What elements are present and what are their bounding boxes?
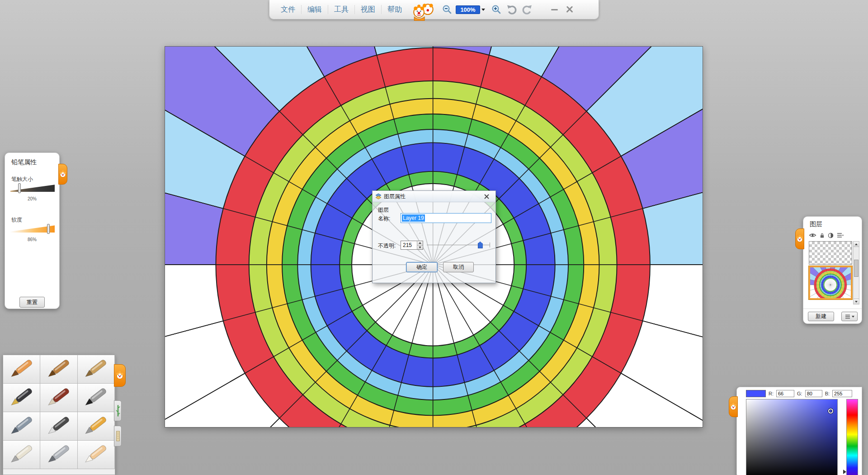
blue-label: B: — [825, 391, 830, 396]
scroll-up-button[interactable] — [854, 242, 859, 247]
minimize-button[interactable] — [548, 3, 561, 16]
redo-button[interactable] — [521, 3, 533, 16]
tool-paint-tube[interactable] — [3, 441, 40, 469]
tool-palette-clown-handle[interactable] — [114, 364, 126, 387]
blue-input[interactable] — [832, 390, 852, 397]
layer-properties-dialog: 图层属性 图层 名称: Layer 19 不透明: 215 确定 取消 — [372, 190, 496, 283]
softness-slider[interactable] — [10, 225, 55, 233]
opacity-slider-endtick — [490, 242, 490, 247]
fountain-pen-icon — [5, 386, 38, 409]
zoom-level-value[interactable]: 100% — [456, 5, 480, 14]
layer-item-selected[interactable] — [809, 266, 852, 299]
palette-page-scroll-button[interactable] — [114, 426, 122, 446]
layers-panel-clown-handle[interactable] — [795, 228, 804, 249]
close-button[interactable] — [563, 3, 576, 16]
paint-tube-icon — [5, 443, 38, 466]
opacity-value: 215 — [401, 241, 417, 249]
tool-palette-panel — [3, 355, 115, 475]
clown-face-icon — [796, 234, 803, 244]
red-input[interactable] — [776, 390, 794, 397]
ink-brush-icon — [80, 386, 112, 409]
zoom-out-button[interactable] — [441, 3, 453, 16]
redo-icon — [521, 4, 533, 15]
tool-palette-knife[interactable] — [40, 412, 77, 441]
softness-handle[interactable] — [47, 224, 50, 234]
pencil-panel-clown-handle[interactable] — [58, 164, 67, 185]
zoom-in-button[interactable] — [490, 3, 503, 16]
undo-button[interactable] — [505, 3, 518, 16]
layer-list-scrollbar[interactable] — [853, 241, 859, 304]
color-cursor[interactable] — [828, 408, 833, 413]
brush-size-slider[interactable] — [10, 185, 55, 192]
quill-icon — [42, 443, 75, 466]
tool-eraser[interactable] — [78, 441, 115, 469]
green-input[interactable] — [805, 390, 822, 397]
lock-icon[interactable] — [820, 233, 825, 238]
scroll-down-button[interactable] — [854, 299, 859, 304]
saturation-value-picker[interactable] — [746, 399, 838, 475]
up-arrow-icon — [855, 243, 858, 245]
cancel-button[interactable]: 取消 — [443, 262, 474, 272]
hue-marker-left-icon — [843, 470, 846, 474]
brush-size-wedge — [10, 185, 55, 192]
menu-lines-icon — [845, 314, 850, 319]
tool-wood-stick[interactable] — [40, 355, 77, 384]
opacity-slider[interactable] — [427, 241, 490, 250]
layers-toolbar — [809, 231, 844, 239]
layers-menu-button[interactable] — [841, 312, 858, 321]
main-toolbar: 文件 编辑 工具 视图 帮助 100% — [269, 0, 599, 19]
layer-name-input[interactable]: Layer 19 — [401, 213, 491, 223]
menu-edit[interactable]: 编辑 — [302, 0, 328, 19]
opacity-spinner[interactable]: 215 — [401, 241, 423, 250]
down-arrow-icon — [419, 247, 421, 248]
dialog-titlebar[interactable]: 图层属性 — [373, 191, 495, 202]
layers-icon — [375, 193, 382, 200]
tool-ink-brush[interactable] — [78, 384, 115, 412]
reset-button[interactable]: 重置 — [19, 297, 45, 308]
zoom-dropdown-caret-icon[interactable] — [481, 9, 485, 11]
list-options-icon[interactable] — [837, 233, 844, 238]
contrast-icon[interactable] — [828, 233, 834, 238]
eraser-icon — [80, 443, 112, 466]
zoom-out-icon — [442, 4, 453, 15]
airbrush-icon — [5, 415, 38, 437]
brush-size-label: 笔触大小 — [11, 176, 33, 183]
name-label: 名称: — [378, 215, 390, 223]
softness-value: 86% — [5, 237, 59, 242]
tool-pencil[interactable] — [3, 355, 40, 384]
rgb-row: R: G: B: — [746, 390, 852, 398]
tool-quill[interactable] — [40, 441, 77, 469]
opacity-slider-handle[interactable] — [478, 242, 483, 248]
tool-airbrush[interactable] — [3, 412, 40, 441]
hue-bar[interactable] — [846, 399, 858, 475]
tool-paint-roller[interactable] — [78, 412, 115, 441]
color-panel-clown-handle[interactable] — [729, 396, 738, 417]
menu-view[interactable]: 视图 — [355, 0, 381, 19]
softness-label: 软度 — [11, 216, 22, 224]
ok-button[interactable]: 确定 — [406, 262, 438, 272]
tool-grid — [3, 355, 115, 469]
hue-marker-right-icon — [858, 470, 861, 474]
menu-help[interactable]: 帮助 — [382, 0, 408, 19]
clown-face-icon — [116, 370, 124, 381]
paint-app-window: { "colors": { "accent_blue": "#2161d3", … — [0, 0, 868, 475]
spinner-down-button[interactable] — [417, 245, 423, 250]
tool-fountain-pen[interactable] — [3, 384, 40, 412]
new-layer-button[interactable]: 新建 — [808, 312, 834, 321]
layer-item-empty[interactable] — [809, 241, 852, 265]
close-icon — [484, 194, 489, 199]
tool-paint-brush[interactable] — [40, 384, 77, 412]
clown-face-icon — [730, 402, 737, 412]
visibility-eye-icon[interactable] — [809, 233, 816, 238]
scrollbar-thumb[interactable] — [854, 260, 859, 277]
spinner-up-button[interactable] — [417, 241, 423, 245]
current-color-swatch[interactable] — [746, 390, 766, 397]
tool-crayon[interactable] — [78, 355, 115, 384]
menu-tools[interactable]: 工具 — [328, 0, 354, 19]
menu-file[interactable]: 文件 — [275, 0, 301, 19]
brush-size-handle[interactable] — [18, 183, 21, 193]
palette-page-bamboo-button[interactable] — [114, 400, 122, 421]
layer-name-value: Layer 19 — [402, 214, 425, 222]
scroll-icon — [116, 428, 120, 444]
dialog-close-button[interactable] — [480, 192, 493, 201]
